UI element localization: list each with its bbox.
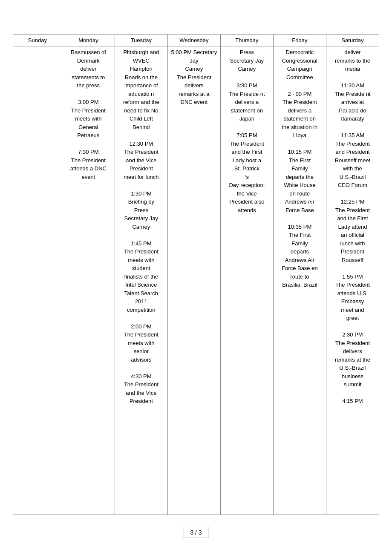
tuesday-content: Pittsburgh and WVEC Hampton Roads on the… [118,48,165,405]
wednesday-content: 5:00 PM Secretary Jay Carney The Preside… [170,48,218,106]
cell-saturday: deliver remarks to the media 11:30 AM Th… [326,46,379,515]
pagination: 3 / 3 [183,527,209,538]
friday-content: Democratic Congressional Campaign Commit… [276,48,323,289]
header-friday: Friday [273,35,326,46]
header-saturday: Saturday [326,35,379,46]
page-container: Sunday Monday Tuesday Wednesday Thursday… [0,0,392,555]
header-sunday: Sunday [13,35,62,46]
cell-monday: Rasmussen of Denmark deliver statements … [62,46,115,515]
thursday-content: Press Secretary Jay Carney 3:30 PM The P… [223,48,271,214]
cell-tuesday: Pittsburgh and WVEC Hampton Roads on the… [115,46,167,515]
cell-sunday [13,46,62,515]
header-wednesday: Wednesday [167,35,220,46]
header-monday: Monday [62,35,115,46]
header-thursday: Thursday [220,35,273,46]
cell-friday: Democratic Congressional Campaign Commit… [273,46,326,515]
monday-content: Rasmussen of Denmark deliver statements … [65,48,112,181]
saturday-content: deliver remarks to the media 11:30 AM Th… [329,48,376,405]
cell-wednesday: 5:00 PM Secretary Jay Carney The Preside… [167,46,220,515]
calendar-table: Sunday Monday Tuesday Wednesday Thursday… [13,34,379,515]
cell-thursday: Press Secretary Jay Carney 3:30 PM The P… [220,46,273,515]
header-tuesday: Tuesday [115,35,167,46]
